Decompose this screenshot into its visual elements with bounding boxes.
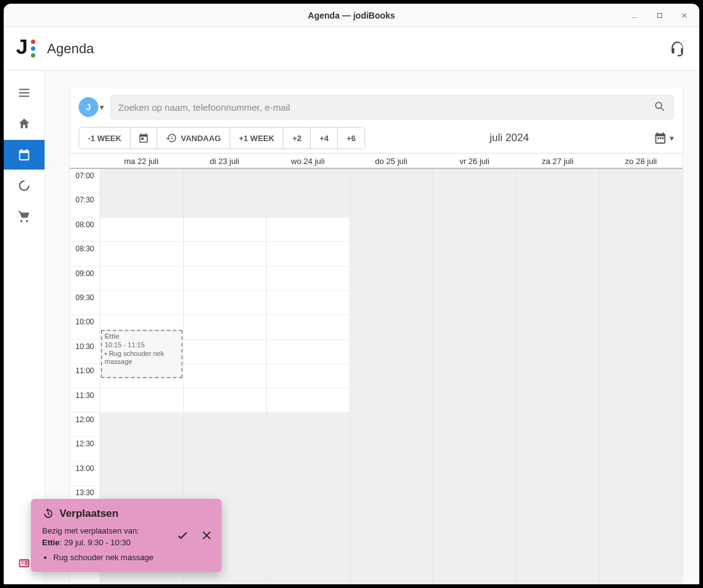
time-slot[interactable]: [350, 535, 433, 559]
day-header[interactable]: zo 28 juli: [599, 153, 683, 168]
time-slot[interactable]: [433, 242, 516, 266]
time-slot[interactable]: [517, 169, 600, 193]
time-slot[interactable]: [517, 364, 600, 388]
sidebar-item-cart[interactable]: [9, 202, 39, 231]
time-slot[interactable]: [267, 364, 350, 388]
confirm-button[interactable]: [176, 529, 189, 542]
time-slot[interactable]: [100, 462, 183, 486]
time-slot[interactable]: [267, 291, 350, 315]
user-filter-dropdown[interactable]: J ▾: [79, 97, 104, 117]
time-slot[interactable]: [184, 169, 267, 193]
time-slot[interactable]: [267, 413, 350, 437]
window-maximize-button[interactable]: [647, 5, 672, 26]
time-slot[interactable]: [100, 193, 183, 217]
time-slot[interactable]: [184, 389, 267, 413]
time-slot[interactable]: [100, 169, 183, 193]
time-slot[interactable]: [600, 169, 683, 193]
day-header[interactable]: di 23 juli: [183, 153, 267, 168]
time-slot[interactable]: [517, 193, 600, 217]
time-slot[interactable]: [267, 315, 350, 339]
time-slot[interactable]: [600, 291, 683, 315]
day-header[interactable]: wo 24 juli: [266, 153, 350, 168]
time-slot[interactable]: [100, 267, 183, 291]
time-slot[interactable]: [350, 193, 433, 217]
time-slot[interactable]: [517, 242, 600, 266]
time-slot[interactable]: [350, 437, 433, 461]
time-slot[interactable]: [433, 364, 516, 388]
time-slot[interactable]: [600, 267, 683, 291]
time-slot[interactable]: [267, 267, 350, 291]
time-slot[interactable]: [517, 511, 600, 535]
time-slot[interactable]: [517, 535, 600, 559]
sidebar-item-home[interactable]: [9, 109, 39, 139]
time-slot[interactable]: [517, 340, 600, 364]
time-slot[interactable]: [600, 560, 683, 584]
time-slot[interactable]: [350, 315, 433, 339]
time-slot[interactable]: [517, 486, 600, 510]
time-slot[interactable]: [600, 413, 683, 437]
next-week-button[interactable]: +1 WEEK: [230, 128, 283, 149]
time-slot[interactable]: [350, 364, 433, 388]
time-slot[interactable]: [517, 437, 600, 461]
day-column[interactable]: [433, 169, 516, 584]
time-slot[interactable]: [600, 193, 683, 217]
search-field[interactable]: [110, 95, 674, 119]
time-slot[interactable]: [600, 218, 683, 242]
time-slot[interactable]: [433, 511, 516, 535]
time-slot[interactable]: [517, 413, 600, 437]
time-slot[interactable]: [100, 389, 183, 413]
search-input[interactable]: [118, 102, 653, 113]
time-slot[interactable]: [267, 169, 350, 193]
sidebar-item-stats[interactable]: [9, 171, 39, 201]
time-slot[interactable]: [267, 462, 350, 486]
time-slot[interactable]: [433, 560, 516, 584]
time-slot[interactable]: [267, 511, 350, 535]
time-slot[interactable]: [600, 315, 683, 339]
time-slot[interactable]: [350, 340, 433, 364]
sidebar-item-register[interactable]: [17, 556, 31, 572]
time-slot[interactable]: [433, 218, 516, 242]
time-slot[interactable]: [350, 169, 433, 193]
time-slot[interactable]: [433, 169, 516, 193]
time-slot[interactable]: [350, 267, 433, 291]
time-slot[interactable]: [267, 535, 350, 559]
time-slot[interactable]: [184, 315, 267, 339]
time-slot[interactable]: [184, 364, 267, 388]
time-slot[interactable]: [100, 291, 183, 315]
time-slot[interactable]: [517, 560, 600, 584]
time-slot[interactable]: [517, 267, 600, 291]
time-slot[interactable]: [517, 389, 600, 413]
day-column[interactable]: [516, 169, 600, 584]
time-slot[interactable]: [433, 462, 516, 486]
day-header[interactable]: do 25 juli: [350, 153, 433, 168]
time-slot[interactable]: [517, 462, 600, 486]
time-slot[interactable]: [350, 218, 433, 242]
time-slot[interactable]: [100, 437, 183, 461]
time-slot[interactable]: [350, 511, 433, 535]
view-picker[interactable]: ▾: [653, 131, 674, 145]
cancel-button[interactable]: [201, 529, 213, 542]
time-slot[interactable]: [350, 560, 433, 584]
time-slot[interactable]: [184, 267, 267, 291]
event-ghost[interactable]: Ettie10:15 - 11:15• Rug schouder nek mas…: [101, 330, 183, 378]
time-slot[interactable]: [433, 437, 516, 461]
time-slot[interactable]: [184, 193, 267, 217]
sidebar-menu-toggle[interactable]: [9, 78, 39, 108]
time-slot[interactable]: [433, 486, 516, 510]
time-slot[interactable]: [600, 242, 683, 266]
time-slot[interactable]: [100, 218, 183, 242]
time-slot[interactable]: [433, 315, 516, 339]
time-slot[interactable]: [267, 389, 350, 413]
time-slot[interactable]: [600, 437, 683, 461]
time-slot[interactable]: [100, 413, 183, 437]
time-slot[interactable]: [433, 413, 516, 437]
time-slot[interactable]: [267, 193, 350, 217]
time-slot[interactable]: [184, 462, 267, 486]
time-slot[interactable]: [433, 340, 516, 364]
day-header[interactable]: vr 26 juli: [433, 153, 516, 168]
time-slot[interactable]: [600, 462, 683, 486]
sidebar-item-agenda[interactable]: [4, 140, 45, 170]
window-close-button[interactable]: [672, 5, 697, 26]
time-slot[interactable]: [433, 389, 516, 413]
time-slot[interactable]: [600, 486, 683, 510]
